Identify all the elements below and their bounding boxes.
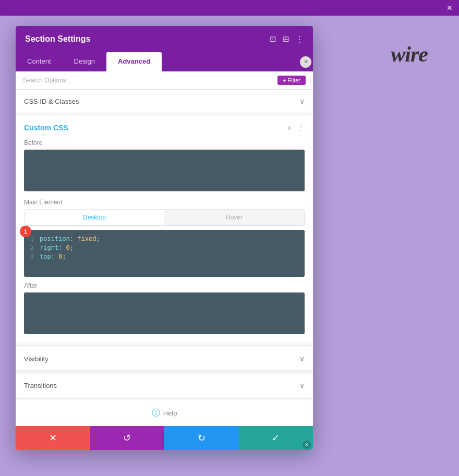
undo-icon: ↺ bbox=[123, 432, 131, 444]
footer-buttons: ✕ ↺ ↻ ✓ ✕ bbox=[16, 426, 313, 450]
transitions-chevron-icon: ∨ bbox=[299, 381, 305, 389]
custom-css-controls: ∧ ⋮ bbox=[287, 124, 305, 132]
close-icon[interactable]: ✕ bbox=[446, 4, 453, 12]
layout-icon[interactable]: ⊟ bbox=[283, 34, 289, 44]
after-field: After bbox=[24, 282, 305, 334]
custom-css-more-icon[interactable]: ⋮ bbox=[297, 124, 305, 132]
visibility-chevron-icon: ∨ bbox=[299, 355, 305, 363]
save-corner-icon: ✕ bbox=[303, 441, 311, 449]
tab-advanced[interactable]: Advanced bbox=[106, 52, 162, 71]
undo-button[interactable]: ↺ bbox=[90, 426, 165, 450]
transitions-label: Transitions bbox=[24, 382, 57, 389]
search-placeholder: Search Options bbox=[23, 77, 66, 84]
custom-css-title: Custom CSS bbox=[24, 124, 68, 132]
wire-logo: wire bbox=[391, 42, 428, 67]
before-label: Before bbox=[24, 139, 305, 147]
before-field: Before bbox=[24, 139, 305, 191]
sub-tab-hover[interactable]: Hover bbox=[164, 210, 304, 225]
tab-content[interactable]: Content bbox=[16, 52, 63, 71]
tab-close-button[interactable]: ✕ bbox=[298, 55, 313, 69]
redo-icon: ↻ bbox=[198, 432, 206, 444]
custom-css-collapse-icon[interactable]: ∧ bbox=[287, 124, 292, 132]
code-line-1: 1 position : fixed ; bbox=[30, 235, 298, 242]
code-line-3: 3 top : 0 ; bbox=[30, 253, 298, 260]
search-bar: Search Options + Filter bbox=[16, 71, 313, 90]
sub-tab-desktop[interactable]: Desktop bbox=[25, 210, 164, 225]
tab-design[interactable]: Design bbox=[63, 52, 106, 71]
top-bar: ✕ bbox=[0, 0, 459, 16]
filter-label: + Filter bbox=[283, 77, 300, 83]
after-label: After bbox=[24, 282, 305, 289]
css-id-chevron-icon: ∨ bbox=[299, 97, 305, 105]
modal-title: Section Settings bbox=[25, 34, 90, 44]
main-element-label: Main Element bbox=[24, 199, 305, 206]
save-icon: ✓ bbox=[272, 432, 280, 444]
modal-header: Section Settings ⊡ ⊟ ⋮ bbox=[16, 26, 313, 52]
help-label: Help bbox=[163, 409, 177, 417]
help-circle-icon: ⓘ bbox=[152, 408, 160, 419]
filter-button[interactable]: + Filter bbox=[277, 76, 306, 85]
modal-body: Search Options + Filter CSS ID & Classes… bbox=[16, 71, 313, 426]
main-element-field: Main Element Desktop Hover 1 bbox=[24, 199, 305, 277]
header-icons: ⊡ ⊟ ⋮ bbox=[270, 34, 304, 44]
preview-icon[interactable]: ⊡ bbox=[270, 34, 276, 44]
visibility-label: Visibility bbox=[24, 355, 49, 363]
transitions-section[interactable]: Transitions ∨ bbox=[16, 374, 313, 397]
help-row: ⓘ Help bbox=[16, 400, 313, 426]
before-code-area[interactable] bbox=[24, 150, 305, 191]
css-id-section[interactable]: CSS ID & Classes ∨ bbox=[16, 90, 313, 113]
after-code-area[interactable] bbox=[24, 292, 305, 334]
visibility-section[interactable]: Visibility ∨ bbox=[16, 347, 313, 371]
code-editor[interactable]: 1 1 position : fixed ; 2 right : bbox=[24, 230, 305, 277]
custom-css-header: Custom CSS ∧ ⋮ bbox=[24, 124, 305, 132]
sub-tabs: Desktop Hover bbox=[24, 209, 305, 226]
code-line-2: 2 right : 0 ; bbox=[30, 244, 298, 251]
cancel-button[interactable]: ✕ bbox=[16, 426, 90, 450]
css-id-label: CSS ID & Classes bbox=[24, 97, 79, 105]
save-button[interactable]: ✓ ✕ bbox=[239, 426, 313, 450]
more-options-icon[interactable]: ⋮ bbox=[296, 34, 304, 44]
redo-button[interactable]: ↻ bbox=[164, 426, 239, 450]
modal: Section Settings ⊡ ⊟ ⋮ Content Design Ad… bbox=[16, 26, 313, 450]
tabs-row: Content Design Advanced ✕ bbox=[16, 52, 313, 71]
cancel-icon: ✕ bbox=[49, 432, 57, 444]
line-number-badge: 1 bbox=[20, 226, 31, 237]
custom-css-section: Custom CSS ∧ ⋮ Before Main Element bbox=[16, 116, 313, 344]
